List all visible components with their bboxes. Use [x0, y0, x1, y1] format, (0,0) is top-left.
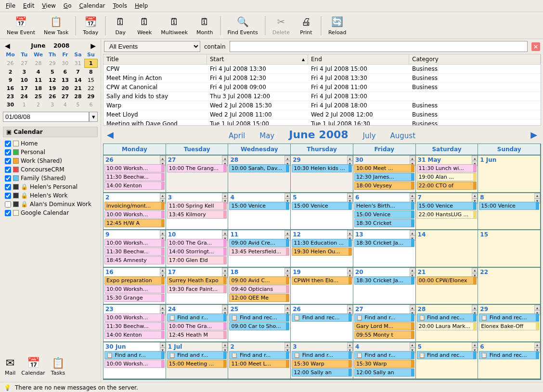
next-period-arrow[interactable]: ▶: [530, 130, 537, 140]
search-input[interactable]: [230, 41, 528, 52]
menu-edit[interactable]: Edit: [20, 1, 37, 10]
calendar-checkbox[interactable]: [5, 201, 11, 208]
mini-day[interactable]: 13: [59, 76, 72, 84]
mini-day[interactable]: 19: [46, 84, 59, 92]
mini-day[interactable]: 26: [46, 92, 59, 101]
day-cell[interactable]: 20▴▾18:30 Cricket Ja...: [353, 268, 416, 304]
event-item[interactable]: 17:00 Glen Eld: [167, 256, 227, 264]
event-item[interactable]: 14:00 Kenton: [104, 182, 165, 190]
event-item[interactable]: 📋 Find and r...: [104, 351, 165, 359]
mini-day[interactable]: 20: [59, 84, 72, 92]
event-item[interactable]: 10:00 Worksh...: [104, 164, 165, 172]
mini-day[interactable]: 28: [31, 59, 46, 68]
day-cell[interactable]: 3▴▾11:00 Spring Kell13:45 Kilmory: [166, 193, 229, 230]
mini-day[interactable]: 1: [18, 101, 31, 109]
filter-select[interactable]: All Events: [104, 41, 200, 52]
event-item[interactable]: 10:00 Worksh...: [104, 285, 165, 293]
day-cell[interactable]: 5▴▾15:00 Venice: [291, 193, 353, 230]
calendar-checkbox[interactable]: [5, 210, 11, 216]
event-item[interactable]: 10:00 Worksh...: [104, 314, 165, 322]
mini-day[interactable]: 8: [84, 68, 97, 77]
mini-day[interactable]: 21: [72, 84, 85, 92]
event-item[interactable]: 15:30 Warp: [354, 360, 414, 368]
mini-day[interactable]: 23: [3, 92, 18, 101]
event-item[interactable]: 11:30 Education ...: [292, 239, 352, 247]
menu-calendar[interactable]: Calendar: [76, 1, 108, 10]
event-item[interactable]: 19:30 Face Paint...: [167, 285, 227, 293]
event-item[interactable]: 10:00 Meet ...: [354, 164, 414, 172]
calendar-checkbox[interactable]: [5, 141, 11, 147]
day-cell[interactable]: 6▴▾📋 Find and rec...: [478, 342, 541, 379]
switcher-calendar[interactable]: 📅Calendar: [21, 357, 45, 376]
date-input[interactable]: [3, 112, 89, 122]
mini-day[interactable]: 28: [72, 92, 85, 101]
mini-day[interactable]: 6: [84, 101, 97, 109]
col-end[interactable]: End: [308, 54, 409, 64]
event-item[interactable]: 18:30 Cricket Ja...: [354, 239, 414, 247]
event-row[interactable]: WarpWed 2 Jul 2008 15:30Fri 4 Jul 2008 1…: [103, 101, 541, 110]
event-item[interactable]: 12:00 QEE Me: [229, 294, 289, 302]
mini-day[interactable]: 10: [18, 76, 31, 84]
mini-day[interactable]: 22: [84, 84, 97, 92]
event-item[interactable]: 📋 Find and r...: [167, 351, 227, 359]
event-item[interactable]: 19:30 Helen Ou...: [292, 248, 352, 256]
event-item[interactable]: 18:00 Veysey: [354, 182, 414, 190]
calendar-item[interactable]: Personal: [3, 148, 98, 157]
event-item[interactable]: 📋 Find and r...: [292, 351, 352, 359]
event-item[interactable]: 09:00 Avid C...: [229, 276, 289, 285]
event-item[interactable]: 13:45 Petersfield...: [229, 248, 289, 256]
event-item[interactable]: 📋 Find and rec...: [229, 314, 289, 322]
day-cell[interactable]: 21▴▾00:00 CPW/Elonex: [416, 268, 478, 304]
nav-next1[interactable]: July: [363, 131, 376, 140]
calendar-item[interactable]: Work (Shared): [3, 157, 98, 165]
calendar-item[interactable]: 🔒Alan's Dominux Work: [3, 200, 98, 209]
calendar-checkbox[interactable]: [5, 167, 11, 173]
day-cell[interactable]: 16▴▾Expo preparation10:00 Worksh...15:30…: [103, 268, 166, 304]
mini-day[interactable]: 7: [72, 68, 85, 77]
event-item[interactable]: 📋 Find and rec...: [479, 351, 539, 359]
event-item[interactable]: 📋 Find and rec...: [417, 314, 477, 322]
day-cell[interactable]: 19▴▾CPWH then Elo...: [291, 268, 353, 304]
day-cell[interactable]: 23▴▾10:00 Worksh...11:30 Beechw...14:00 …: [103, 305, 166, 341]
event-item[interactable]: 12:00 Sally an: [292, 368, 352, 377]
mini-day[interactable]: 14: [72, 76, 85, 84]
mini-day[interactable]: 2: [31, 101, 46, 109]
print-button[interactable]: 🖨Print: [295, 14, 318, 37]
day-cell[interactable]: 27▴▾10:00 The Grang...: [166, 156, 229, 192]
day-cell[interactable]: 25▴▾📋 Find and rec...09:00 Car to Sho...: [228, 305, 291, 341]
event-row[interactable]: Meeting with Dave GoodTue 1 Jul 2008 15:…: [103, 119, 541, 125]
event-item[interactable]: invoicing/mont...: [104, 202, 165, 210]
event-item[interactable]: 22:00 HantsLUG ...: [417, 210, 477, 219]
event-item[interactable]: Surrey Heath Expo: [167, 276, 227, 285]
event-item[interactable]: 📋 Find and r...: [354, 351, 414, 359]
calendar-item[interactable]: 🔒Helen's Personal: [3, 183, 98, 191]
event-item[interactable]: Gary Lord M...: [354, 322, 414, 330]
event-item[interactable]: 📋 Find and r...: [167, 314, 227, 322]
event-item[interactable]: 14:00 Kenton: [104, 331, 165, 339]
event-item[interactable]: Elonex Bake-Off: [479, 322, 539, 330]
event-item[interactable]: 09:00 Car to Sho...: [229, 322, 289, 330]
mini-day[interactable]: 6: [59, 68, 72, 77]
day-cell[interactable]: 8▴▾15:00 Venice: [478, 193, 541, 230]
day-cell[interactable]: 22: [478, 268, 541, 304]
event-item[interactable]: 15:00 Meeting ...: [167, 360, 227, 368]
day-cell[interactable]: 27▴▾📋 Find and r...Gary Lord M...09:55 M…: [353, 305, 416, 341]
day-cell[interactable]: 26▴▾📋 Find and rec...: [291, 305, 353, 341]
event-item[interactable]: 15:30 Grange: [104, 294, 165, 302]
event-item[interactable]: 15:00 Venice: [229, 202, 289, 210]
day-cell[interactable]: 30▴▾10:00 Meet ...12:30 James...18:00 Ve…: [353, 156, 416, 192]
event-item[interactable]: 10:00 Worksh...: [104, 210, 165, 219]
event-item[interactable]: 10:30 Helen kids ...: [292, 164, 352, 172]
event-item[interactable]: 📋 Find and r...: [354, 314, 414, 322]
multiweek-button[interactable]: 🗓Multiweek: [157, 14, 192, 37]
event-item[interactable]: Expo preparation: [104, 276, 165, 285]
next-month-arrow[interactable]: ▶: [89, 42, 98, 50]
event-row[interactable]: CPW at CanonicalFri 4 Jul 2008 09:00Fri …: [103, 83, 541, 92]
day-cell[interactable]: 29▴▾10:30 Helen kids ...: [291, 156, 353, 192]
prev-period-arrow[interactable]: ◀: [107, 130, 114, 140]
week-button[interactable]: 🗓Week: [133, 14, 156, 37]
mini-day[interactable]: 4: [31, 68, 46, 77]
day-cell[interactable]: 6▴▾Helen's Birth...15:00 Venice18:30 Cri…: [353, 193, 416, 230]
event-item[interactable]: 12:45 H/W A: [104, 219, 165, 227]
switcher-mail[interactable]: ✉Mail: [5, 357, 15, 376]
